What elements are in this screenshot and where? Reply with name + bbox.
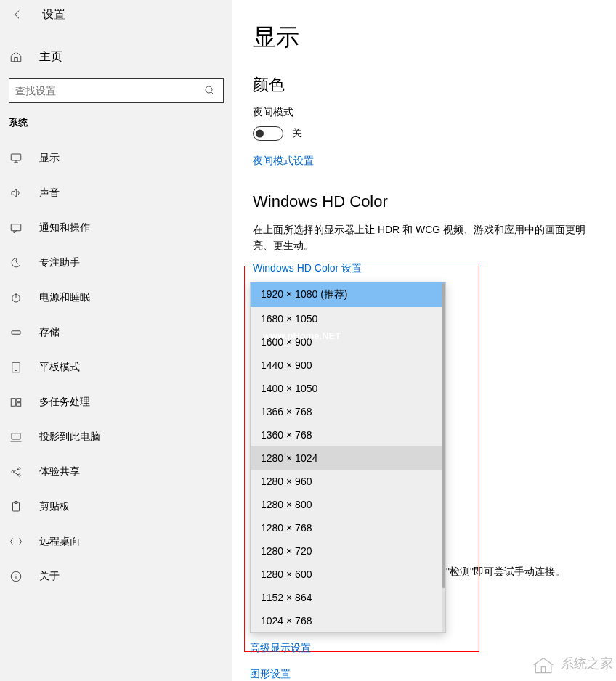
- sidebar-item-share[interactable]: 体验共享: [0, 454, 232, 489]
- project-icon: [9, 430, 23, 444]
- resolution-option[interactable]: 1440 × 900: [251, 354, 445, 377]
- night-mode-toggle[interactable]: [253, 126, 283, 141]
- svg-point-12: [18, 474, 20, 476]
- info-icon: [9, 569, 23, 584]
- multitask-icon: [9, 395, 23, 409]
- power-icon: [9, 290, 23, 305]
- sidebar-item-storage[interactable]: 存储: [0, 315, 232, 350]
- sidebar-item-label: 关于: [39, 570, 60, 583]
- toggle-state: 关: [292, 127, 302, 140]
- night-mode-settings-link[interactable]: 夜间模式设置: [253, 155, 314, 168]
- page-title: 显示: [253, 22, 596, 54]
- resolution-option[interactable]: 1680 × 1050: [251, 307, 445, 330]
- sidebar-item-label: 存储: [39, 326, 60, 339]
- sidebar-item-sound[interactable]: 声音: [0, 176, 232, 211]
- sidebar-item-label: 显示: [39, 152, 60, 165]
- sidebar-item-label: 体验共享: [39, 465, 80, 478]
- sidebar-item-remote[interactable]: 远程桌面: [0, 524, 232, 559]
- search-input[interactable]: [15, 85, 203, 97]
- svg-rect-8: [17, 403, 21, 407]
- search-box[interactable]: [9, 78, 224, 103]
- resolution-option[interactable]: 1280 × 720: [251, 539, 445, 563]
- sidebar-item-display[interactable]: 显示: [0, 141, 232, 176]
- resolution-option[interactable]: 1280 × 768: [251, 516, 445, 539]
- share-icon: [9, 465, 23, 479]
- resolution-option[interactable]: 1366 × 768: [251, 400, 445, 423]
- hd-color-title: Windows HD Color: [253, 192, 596, 211]
- resolution-option[interactable]: 1280 × 600: [251, 563, 445, 586]
- sidebar-item-clipboard[interactable]: 剪贴板: [0, 489, 232, 524]
- moon-icon: [9, 256, 23, 270]
- corner-logo-text: 系统之家: [561, 655, 613, 672]
- hd-color-description: 在上面所选择的显示器上让 HDR 和 WCG 视频、游戏和应用中的画面更明亮、更…: [253, 221, 596, 254]
- svg-rect-2: [11, 224, 21, 231]
- resolution-option[interactable]: 1360 × 768: [251, 423, 445, 446]
- sidebar-item-label: 通知和操作: [39, 221, 90, 235]
- sidebar-item-label: 平板模式: [39, 361, 80, 374]
- corner-watermark-logo: 系统之家: [530, 651, 613, 677]
- clipboard-icon: [9, 499, 23, 514]
- svg-point-10: [12, 471, 14, 473]
- detect-hint-text: "检测"即可尝试手动连接。: [446, 566, 565, 579]
- sidebar-item-label: 声音: [39, 187, 60, 200]
- group-title: 系统: [0, 103, 232, 135]
- settings-title: 设置: [42, 7, 65, 23]
- sidebar-item-about[interactable]: 关于: [0, 559, 232, 594]
- sidebar-item-label: 剪贴板: [39, 500, 70, 513]
- home-label: 主页: [39, 49, 62, 65]
- graphics-settings-link[interactable]: 图形设置: [250, 668, 291, 681]
- resolution-option[interactable]: 1400 × 1050: [251, 377, 445, 400]
- tablet-icon: [9, 360, 23, 375]
- sidebar-header: 设置: [0, 0, 232, 29]
- chat-icon: [9, 221, 23, 235]
- sidebar-item-label: 远程桌面: [39, 535, 80, 548]
- resolution-option[interactable]: 1920 × 1080 (推荐): [251, 282, 445, 307]
- dropdown-scrollbar-thumb[interactable]: [442, 283, 445, 588]
- sidebar-item-label: 投影到此电脑: [39, 431, 100, 444]
- sidebar-item-project[interactable]: 投影到此电脑: [0, 420, 232, 454]
- night-mode-label: 夜间模式: [253, 106, 596, 119]
- sidebar-home[interactable]: 主页: [0, 42, 232, 71]
- toggle-knob: [256, 130, 264, 138]
- resolution-dropdown[interactable]: 1920 × 1080 (推荐)1680 × 10501600 × 900144…: [250, 282, 446, 633]
- svg-rect-6: [11, 399, 15, 407]
- storage-icon: [9, 325, 23, 340]
- svg-rect-1: [11, 154, 21, 160]
- sidebar-item-label: 电源和睡眠: [39, 291, 90, 304]
- sidebar-item-notifications[interactable]: 通知和操作: [0, 211, 232, 245]
- resolution-option[interactable]: 1152 × 864: [251, 586, 445, 609]
- svg-rect-9: [12, 433, 20, 439]
- back-button[interactable]: [9, 6, 26, 23]
- nav-list: 显示声音通知和操作专注助手电源和睡眠存储平板模式多任务处理投影到此电脑体验共享剪…: [0, 141, 232, 594]
- sidebar-item-focus[interactable]: 专注助手: [0, 245, 232, 280]
- svg-rect-7: [17, 399, 21, 402]
- night-mode-toggle-row: 关: [253, 126, 596, 141]
- remote-icon: [9, 534, 23, 549]
- sound-icon: [9, 186, 23, 200]
- resolution-option[interactable]: 1280 × 960: [251, 470, 445, 493]
- sidebar-item-label: 多任务处理: [39, 396, 90, 409]
- resolution-option[interactable]: 1280 × 800: [251, 493, 445, 516]
- monitor-icon: [9, 151, 23, 166]
- sidebar-item-label: 专注助手: [39, 256, 80, 269]
- advanced-display-link[interactable]: 高级显示设置: [250, 642, 311, 655]
- resolution-option[interactable]: 1024 × 768: [251, 609, 445, 632]
- sidebar-item-multitask[interactable]: 多任务处理: [0, 385, 232, 420]
- sidebar-item-tablet[interactable]: 平板模式: [0, 350, 232, 385]
- svg-point-11: [18, 468, 20, 470]
- resolution-option[interactable]: 1600 × 900: [251, 330, 445, 354]
- sidebar: 设置 主页 系统 显示声音通知和操作专注助手电源和睡眠存储平板模式多任务处理投影…: [0, 0, 232, 681]
- hd-color-settings-link[interactable]: Windows HD Color 设置: [253, 262, 362, 275]
- color-section-title: 颜色: [253, 74, 596, 96]
- svg-point-0: [206, 86, 212, 93]
- search-icon: [203, 83, 217, 98]
- home-icon: [9, 49, 23, 64]
- sidebar-item-power[interactable]: 电源和睡眠: [0, 280, 232, 315]
- resolution-option[interactable]: 1280 × 1024: [251, 446, 445, 470]
- svg-rect-4: [12, 331, 20, 335]
